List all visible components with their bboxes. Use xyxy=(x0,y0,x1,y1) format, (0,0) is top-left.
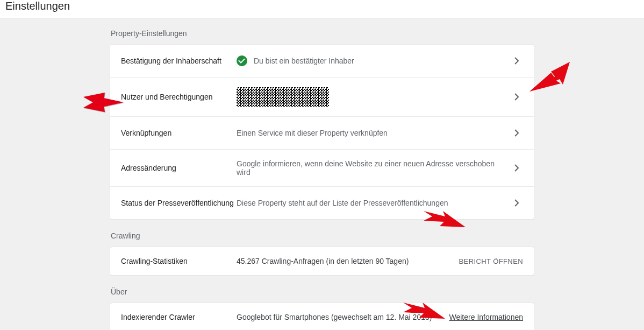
row-indexing-crawler: Indexierender Crawler Googlebot für Smar… xyxy=(110,303,534,330)
ownership-status-text: Du bist ein bestätigter Inhaber xyxy=(254,57,354,65)
content-area: Property-Einstellungen Bestätigung der I… xyxy=(0,18,644,330)
row-press-publication[interactable]: Status der Presseveröffentlichung Diese … xyxy=(110,187,534,219)
open-report-link[interactable]: BERICHT ÖFFNEN xyxy=(459,257,523,265)
section-about: Über Indexierender Crawler Googlebot für… xyxy=(110,287,534,330)
row-value: 45.267 Crawling-Anfragen (in den letzten… xyxy=(237,257,459,265)
card-about: Indexierender Crawler Googlebot für Smar… xyxy=(110,303,534,330)
page-title: Einstellungen xyxy=(5,0,635,12)
row-crawling-stats: Crawling-Statistiken 45.267 Crawling-Anf… xyxy=(110,247,534,275)
row-ownership-verification[interactable]: Bestätigung der Inhaberschaft Du bist ei… xyxy=(110,45,534,78)
more-info-link[interactable]: Weitere Informationen xyxy=(449,313,523,321)
row-value: Diese Property steht auf der Liste der P… xyxy=(237,199,510,207)
row-value xyxy=(237,87,510,107)
crawler-desc: Googlebot für Smartphones (gewechselt am… xyxy=(237,313,432,321)
address-desc: Google informieren, wenn deine Website z… xyxy=(237,159,510,177)
page-header: Einstellungen xyxy=(0,0,644,18)
row-value: Einen Service mit dieser Property verknü… xyxy=(237,129,510,137)
row-label: Nutzer und Berechtigungen xyxy=(121,93,237,101)
redacted-content xyxy=(237,87,329,107)
card-property-settings: Bestätigung der Inhaberschaft Du bist ei… xyxy=(110,44,534,220)
row-label: Crawling-Statistiken xyxy=(121,257,237,265)
row-label: Indexierender Crawler xyxy=(121,313,237,321)
chevron-right-icon xyxy=(510,196,523,209)
chevron-right-icon xyxy=(510,162,523,174)
press-desc: Diese Property steht auf der Liste der P… xyxy=(237,199,448,207)
section-title-about: Über xyxy=(110,287,534,296)
row-associations[interactable]: Verknüpfungen Einen Service mit dieser P… xyxy=(110,117,534,150)
row-label: Bestätigung der Inhaberschaft xyxy=(121,57,237,65)
chevron-right-icon xyxy=(510,90,523,103)
row-address-change[interactable]: Adressänderung Google informieren, wenn … xyxy=(110,150,534,187)
section-title-property: Property-Einstellungen xyxy=(110,29,534,38)
row-value: Du bist ein bestätigter Inhaber xyxy=(237,55,510,66)
row-users-permissions[interactable]: Nutzer und Berechtigungen xyxy=(110,78,534,117)
checkmark-icon xyxy=(237,55,247,66)
row-label: Verknüpfungen xyxy=(121,129,237,137)
associations-desc: Einen Service mit dieser Property verknü… xyxy=(237,129,388,137)
crawling-desc: 45.267 Crawling-Anfragen (in den letzten… xyxy=(237,257,409,265)
row-value: Google informieren, wenn deine Website z… xyxy=(237,159,510,177)
row-value: Googlebot für Smartphones (gewechselt am… xyxy=(237,313,449,321)
chevron-right-icon xyxy=(510,54,523,67)
section-title-crawling: Crawling xyxy=(110,231,534,240)
row-label: Adressänderung xyxy=(121,164,237,172)
section-crawling: Crawling Crawling-Statistiken 45.267 Cra… xyxy=(110,231,534,276)
section-property-settings: Property-Einstellungen Bestätigung der I… xyxy=(110,29,534,220)
card-crawling: Crawling-Statistiken 45.267 Crawling-Anf… xyxy=(110,247,534,276)
chevron-right-icon xyxy=(510,127,523,139)
row-label: Status der Presseveröffentlichung xyxy=(121,199,237,207)
